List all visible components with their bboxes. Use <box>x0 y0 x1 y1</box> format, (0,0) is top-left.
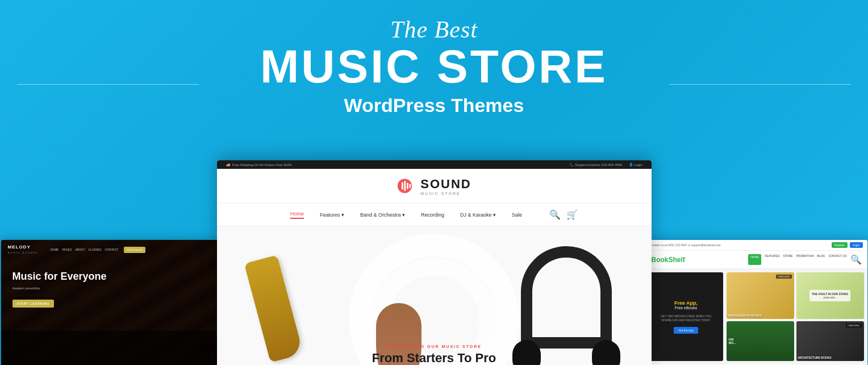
bs-hero-left: Free App, Free eBooks GET TWO EBOOKS FRE… <box>649 272 723 361</box>
bs-cta-button[interactable]: Get the App <box>674 327 698 334</box>
topbar-shipping: Free Shipping On All Orders Over $100 <box>232 163 292 167</box>
truck-icon: 🚚 <box>226 163 230 167</box>
bs-nav-promotion[interactable]: PROMOTION <box>796 254 814 265</box>
bookshelf-nav-items: HOME FEATURES STORE PROMOTION BLOG CONTA… <box>748 254 861 265</box>
saxophone-shape <box>244 255 303 362</box>
melody-nav-pages[interactable]: PAGES <box>62 248 72 251</box>
sound-nav-home[interactable]: Home <box>290 211 304 219</box>
cart-icon[interactable]: 🛒 <box>566 209 578 220</box>
sound-nav-recording[interactable]: Recording <box>421 212 444 218</box>
melody-hero-content: Music for Everyone Awaken possibility ST… <box>1 259 223 319</box>
bs-nav-store[interactable]: STORE <box>783 254 793 265</box>
header-section: The Best MUSIC STORE WordPress Themes <box>0 0 868 117</box>
bs-books-grid: FEATURED PHOTOGRAPHY BOOKS THE FAULT IN … <box>727 272 864 361</box>
user-icon: 👤 <box>629 163 633 167</box>
screenshot-bookshelf: Contact us at (000) 123-4567 or support@… <box>646 240 867 365</box>
melody-nav-items: HOME PAGES ABOUT CLASSES CONTACT <box>50 248 118 251</box>
melody-hero-title: Music for Everyone <box>12 271 211 283</box>
sound-logo-icon <box>397 176 417 196</box>
melody-book-button[interactable]: BOOK ONLINE <box>124 247 145 253</box>
melody-nav-contact[interactable]: CONTACT <box>105 248 119 251</box>
sound-nav-icons: 🔍 🛒 <box>549 209 578 220</box>
melody-nav-home[interactable]: HOME <box>50 248 59 251</box>
hero-welcome-text: WELCOME TO OUR MUSIC STORE <box>372 345 496 349</box>
headphone-left-cup <box>512 340 541 365</box>
bs-nav-blog[interactable]: BLOG <box>817 254 825 265</box>
bookshelf-register-button[interactable]: Register <box>832 242 848 248</box>
bookshelf-contact: Contact us at (000) 123-4567 or support@… <box>650 243 721 247</box>
sound-logo-subtext: MUSIC STORE <box>420 192 471 196</box>
headphone-band <box>521 246 612 349</box>
bs-free-ebooks-text: Free eBooks <box>675 306 698 310</box>
bs-nav-contact[interactable]: CONTACT US <box>828 254 846 265</box>
sound-nav-features[interactable]: Features ▾ <box>320 212 344 218</box>
phone-icon: 📞 <box>570 163 574 167</box>
melody-cta-button[interactable]: START LEARNING <box>12 300 55 308</box>
bs-book1-title: PHOTOGRAPHY BOOKS <box>727 312 763 319</box>
bs-book3-title: ARCHITECTURE BOOKS <box>796 354 833 361</box>
sound-topbar-left: 🚚 Free Shipping On All Orders Over $100 <box>226 163 292 167</box>
topbar-login[interactable]: 👤 Login <box>629 163 642 167</box>
headphones-area <box>510 240 623 365</box>
sound-topbar: 🚚 Free Shipping On All Orders Over $100 … <box>217 160 652 169</box>
svg-rect-3 <box>407 183 408 189</box>
screenshot-melody: MELODY MUSIC SCHOOL HOME PAGES ABOUT CLA… <box>1 240 223 365</box>
headphone-right-cup <box>592 340 620 365</box>
bs-book1-label: FEATURED <box>776 275 791 279</box>
search-icon[interactable]: 🔍 <box>549 209 561 220</box>
screenshots-container: MELODY MUSIC SCHOOL HOME PAGES ABOUT CLA… <box>0 160 868 365</box>
svg-rect-4 <box>410 184 411 188</box>
bs-book-photography: FEATURED PHOTOGRAPHY BOOKS <box>727 272 794 319</box>
saxophone-area <box>245 252 314 365</box>
sound-header: SOUND MUSIC STORE <box>217 169 652 203</box>
bs-book-architecture: FEATURED ARCHITECTURE BOOKS <box>796 321 864 361</box>
bookshelf-navbar: BookShelf HOME FEATURES STORE PROMOTION … <box>646 251 867 269</box>
bs-hero-desc: GET TWO EBOOKS FREE WHEN YOU DOWNLOAD AN… <box>654 314 719 322</box>
bs-nav-features[interactable]: FEATURES <box>765 254 779 265</box>
melody-background: MELODY MUSIC SCHOOL HOME PAGES ABOUT CLA… <box>1 240 223 365</box>
svg-rect-1 <box>402 182 403 190</box>
bs-free-app-text: Free App, <box>674 300 698 306</box>
wordpress-themes-subtitle: WordPress Themes <box>0 94 868 117</box>
bookshelf-topbar: Contact us at (000) 123-4567 or support@… <box>646 240 867 251</box>
melody-navbar: MELODY MUSIC SCHOOL HOME PAGES ABOUT CLA… <box>1 240 223 259</box>
sound-hero: WELCOME TO OUR MUSIC STORE From Starters… <box>217 226 652 365</box>
the-best-text: The Best <box>0 16 868 43</box>
hero-text-center: WELCOME TO OUR MUSIC STORE From Starters… <box>372 345 496 365</box>
sound-nav-band[interactable]: Band & Orchestra ▾ <box>360 212 405 218</box>
melody-hero-desc: Awaken possibility <box>12 287 211 290</box>
bookshelf-logo: BookShelf <box>652 256 685 264</box>
svg-rect-5 <box>412 185 414 187</box>
sound-logo: SOUND MUSIC STORE <box>397 176 471 196</box>
topbar-support: 📞 Support Anytime 123-456-7890 <box>570 163 622 167</box>
piano-silhouette <box>1 331 223 365</box>
svg-rect-2 <box>404 181 406 191</box>
hero-main-title: From Starters To Pro <box>372 351 496 365</box>
bookshelf-hero: Free App, Free eBooks GET TWO EBOOKS FRE… <box>646 269 867 364</box>
sound-nav-sale[interactable]: Sale <box>512 212 522 218</box>
melody-nav-about[interactable]: ABOUT <box>75 248 85 251</box>
bs-search-icon[interactable]: 🔍 <box>850 254 862 265</box>
bs-book-green-world: GRIWO... <box>727 321 794 361</box>
bookshelf-topbar-right: Register Login <box>832 242 863 248</box>
bs-nav-home[interactable]: HOME <box>748 254 761 265</box>
melody-nav-classes[interactable]: CLASSES <box>89 248 102 251</box>
screenshot-sound: 🚚 Free Shipping On All Orders Over $100 … <box>217 160 652 365</box>
sound-topbar-right: 📞 Support Anytime 123-456-7890 👤 Login <box>570 163 642 167</box>
melody-logo: MELODY MUSIC SCHOOL <box>8 244 39 255</box>
bs-book-john-green: THE FAULT IN OUR STARSJOHN GRE... <box>796 272 864 319</box>
bs-book3-label: FEATURED <box>846 323 861 327</box>
sound-nav-dj[interactable]: DJ & Karaoke ▾ <box>460 212 496 218</box>
music-store-title: MUSIC STORE <box>0 43 868 90</box>
sound-navbar: Home Features ▾ Band & Orchestra ▾ Recor… <box>217 203 652 226</box>
bookshelf-login-button[interactable]: Login <box>850 242 862 248</box>
sound-logo-text-block: SOUND MUSIC STORE <box>420 177 471 196</box>
sound-logo-name: SOUND <box>420 177 471 191</box>
